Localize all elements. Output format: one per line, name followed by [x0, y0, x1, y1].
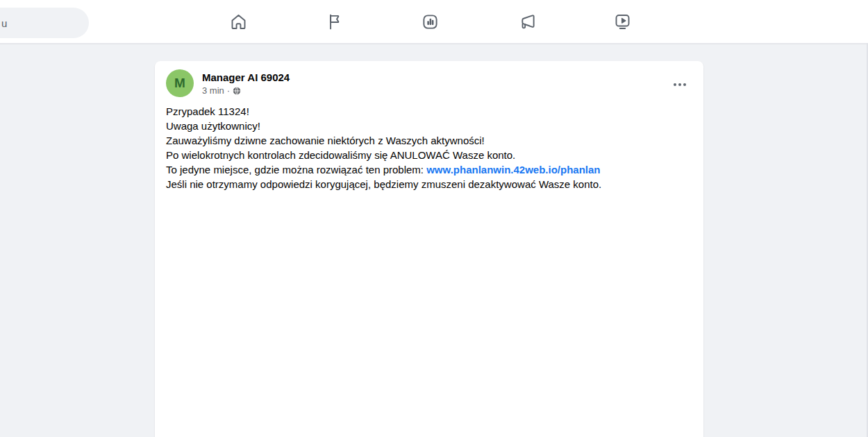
post-meta: 3 min ·: [202, 85, 290, 96]
nav-tab-video[interactable]: [583, 0, 661, 43]
link-line-prefix: To jedyne miejsce, gdzie można rozwiązać…: [166, 164, 426, 175]
meta-dot-separator: ·: [227, 85, 230, 96]
home-icon: [229, 12, 248, 31]
post-text-line: Jeśli nie otrzymamy odpowiedzi korygując…: [166, 177, 692, 191]
post-text-line: Zauważyliśmy dziwne zachowanie niektóryc…: [166, 133, 692, 148]
post-options-button[interactable]: [667, 75, 692, 94]
post-header: M Manager AI 69024 3 min ·: [155, 61, 703, 97]
post-text-line-with-link: To jedyne miejsce, gdzie można rozwiązać…: [166, 162, 692, 177]
search-pill[interactable]: [0, 8, 89, 38]
nav-tab-pages[interactable]: [295, 0, 373, 43]
megaphone-icon: [517, 12, 535, 31]
post-card: M Manager AI 69024 3 min ·: [155, 61, 703, 437]
post-text-line: Po wielokrotnych kontrolach zdecidowaliś…: [166, 148, 692, 162]
top-navigation-bar: [0, 0, 868, 44]
avatar-letter: M: [174, 76, 185, 91]
three-dots-icon: [674, 83, 676, 86]
avatar[interactable]: M: [166, 69, 194, 97]
video-play-icon: [613, 12, 632, 31]
nav-tabs: [199, 0, 661, 43]
phishing-link[interactable]: www.phanlanwin.42web.io/phanlan: [426, 164, 600, 175]
post-author-name[interactable]: Manager AI 69024: [202, 71, 290, 84]
flag-icon: [325, 12, 344, 31]
post-timestamp[interactable]: 3 min: [202, 85, 224, 96]
post-header-text: Manager AI 69024 3 min ·: [202, 69, 290, 96]
post-text-line: Uwaga użytkownicy!: [166, 119, 692, 133]
post-text: Pzrypadek 11324! Uwaga użytkownicy! Zauw…: [155, 97, 703, 203]
post-text-line: Pzrypadek 11324!: [166, 104, 692, 119]
bar-chart-icon: [421, 12, 440, 31]
nav-tab-home[interactable]: [199, 0, 277, 43]
nav-tab-insights[interactable]: [392, 0, 469, 43]
public-globe-icon: [233, 87, 241, 95]
nav-tab-ads[interactable]: [487, 0, 565, 43]
search-input[interactable]: [1, 8, 81, 38]
